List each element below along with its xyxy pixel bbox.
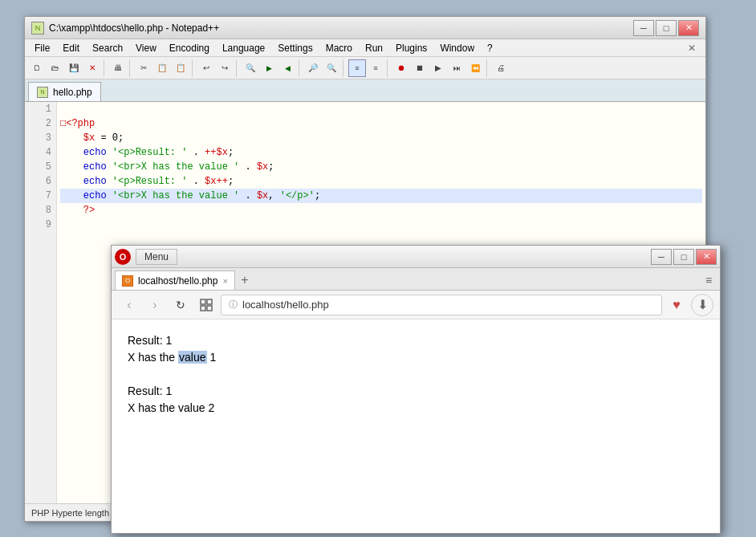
line-num-8: 8: [25, 203, 56, 218]
menu-window[interactable]: Window: [433, 41, 481, 55]
opera-close-button[interactable]: ✕: [696, 249, 717, 265]
line-numbers: 1 2 3 4 5 6 7 8 9: [25, 102, 57, 503]
opera-address-bar[interactable]: ⓘ localhost/hello.php: [221, 295, 662, 315]
code-line-9: [60, 218, 702, 232]
opera-window: O Menu ─ □ ✕ O localhost/hello.php × + ≡…: [111, 245, 721, 534]
minimize-button[interactable]: ─: [633, 20, 654, 36]
maximize-button[interactable]: □: [656, 20, 677, 36]
notepad-titlebar: N C:\xampp\htdocs\hello.php - Notepad++ …: [25, 17, 705, 39]
code-line-5: echo '<br>X has the value ' . $x;: [60, 160, 702, 174]
tb-find[interactable]: 🔍: [242, 59, 259, 77]
tb-cut[interactable]: ✂: [135, 59, 152, 77]
opera-back-button[interactable]: ‹: [118, 294, 140, 316]
opera-content-area: Result: 1 X has the value 1 Result: 1 X …: [112, 319, 720, 533]
tb-copy[interactable]: 📋: [153, 59, 171, 77]
tb-wrap[interactable]: ≡: [348, 59, 366, 77]
tb-sep-3: [192, 59, 195, 77]
menu-file[interactable]: File: [28, 41, 56, 55]
tb-indent[interactable]: ≡: [367, 59, 384, 77]
file-tab[interactable]: N hello.php: [28, 82, 101, 101]
tb-findprev[interactable]: ◀: [278, 59, 296, 77]
tb-zoom-out[interactable]: 🔍: [323, 59, 340, 77]
tb-misc[interactable]: 🖨: [492, 59, 510, 77]
opera-titlebar: O Menu ─ □ ✕: [112, 246, 720, 268]
tb-sep-8: [486, 59, 490, 77]
menu-search[interactable]: Search: [86, 41, 129, 55]
tb-new[interactable]: 🗋: [28, 59, 46, 77]
tb-close[interactable]: ✕: [83, 59, 101, 77]
notepad-app-icon: N: [31, 22, 44, 35]
tb-undo[interactable]: ↩: [197, 59, 215, 77]
address-text: localhost/hello.php: [242, 299, 656, 311]
opera-bookmark-button[interactable]: ♥: [665, 294, 688, 316]
highlighted-word: value: [178, 351, 206, 364]
opera-stash-button[interactable]: ⬇: [691, 294, 713, 316]
tb-open[interactable]: 🗁: [47, 59, 64, 77]
opera-speed-dial-button[interactable]: [195, 294, 217, 316]
tb-macro-run[interactable]: ⏭: [448, 59, 465, 77]
tb-paste[interactable]: 📋: [172, 59, 189, 77]
value-line-1: X has the value 1: [128, 349, 704, 366]
line-num-2: 2: [25, 116, 56, 131]
tb-macro-play[interactable]: ▶: [429, 59, 447, 77]
opera-new-tab-button[interactable]: +: [235, 271, 254, 290]
menu-run[interactable]: Run: [359, 41, 389, 55]
opera-tab-favicon: O: [122, 275, 133, 287]
opera-sidebar-toggle[interactable]: ≡: [697, 271, 720, 290]
statusbar-text: PHP Hyperte length: [31, 508, 109, 518]
menu-close-x[interactable]: ✕: [681, 41, 702, 55]
tb-save[interactable]: 💾: [65, 59, 83, 77]
opera-tab-close-button[interactable]: ×: [223, 276, 228, 286]
opera-tab-hello[interactable]: O localhost/hello.php ×: [115, 271, 235, 290]
menu-macro[interactable]: Macro: [319, 41, 359, 55]
menu-plugins[interactable]: Plugins: [389, 41, 433, 55]
tb-sep-6: [343, 59, 346, 77]
menu-settings[interactable]: Settings: [271, 41, 319, 55]
titlebar-left: N C:\xampp\htdocs\hello.php - Notepad++: [31, 22, 219, 35]
menu-view[interactable]: View: [129, 41, 163, 55]
value-line-2: X has the value 2: [128, 400, 704, 417]
tb-sep-7: [387, 59, 390, 77]
tb-sep-4: [236, 59, 239, 77]
line-num-9: 9: [25, 218, 56, 232]
tb-zoom-in[interactable]: 🔎: [304, 59, 322, 77]
opera-minimize-button[interactable]: ─: [651, 249, 672, 265]
line-num-4: 4: [25, 145, 56, 160]
notepad-toolbar: 🗋 🗁 💾 ✕ 🖶 ✂ 📋 📋 ↩ ↪ 🔍 ▶ ◀ 🔎 🔍 ≡ ≡ ⏺ ⏹ ▶ …: [25, 57, 705, 79]
opera-titlebar-buttons: ─ □ ✕: [651, 249, 717, 265]
tb-redo[interactable]: ↪: [216, 59, 234, 77]
opera-menu-button[interactable]: Menu: [136, 249, 177, 265]
tb-sep-5: [299, 59, 302, 77]
notepad-title: C:\xampp\htdocs\hello.php - Notepad++: [49, 22, 219, 34]
menu-encoding[interactable]: Encoding: [163, 41, 216, 55]
code-line-3: $x = 0;: [60, 131, 702, 145]
line-num-1: 1: [25, 102, 56, 116]
line-num-5: 5: [25, 160, 56, 174]
menu-language[interactable]: Language: [216, 41, 271, 55]
file-tab-label: hello.php: [53, 87, 92, 98]
close-button[interactable]: ✕: [678, 20, 699, 36]
opera-forward-button[interactable]: ›: [144, 294, 166, 316]
notepad-menubar: File Edit Search View Encoding Language …: [25, 39, 705, 57]
line-num-6: 6: [25, 174, 56, 189]
menu-edit[interactable]: Edit: [56, 41, 86, 55]
svg-rect-2: [201, 306, 205, 311]
address-security-icon: ⓘ: [226, 299, 239, 311]
tb-macro-save[interactable]: ⏪: [466, 59, 484, 77]
svg-rect-0: [201, 299, 205, 304]
opera-maximize-button[interactable]: □: [673, 249, 694, 265]
titlebar-buttons: ─ □ ✕: [633, 20, 699, 36]
result-line-2: Result: 1: [128, 383, 704, 400]
menu-help[interactable]: ?: [481, 41, 499, 55]
tb-findnext[interactable]: ▶: [260, 59, 278, 77]
tb-print[interactable]: 🖶: [109, 59, 127, 77]
line-num-3: 3: [25, 131, 56, 145]
code-line-1: [60, 102, 702, 116]
code-line-4: echo '<p>Result: ' . ++$x;: [60, 145, 702, 160]
tb-macro-stop[interactable]: ⏹: [411, 59, 429, 77]
opera-reload-button[interactable]: ↻: [169, 294, 192, 316]
svg-rect-1: [207, 299, 212, 304]
opera-titlebar-left: O Menu: [115, 249, 177, 265]
tb-macro-record[interactable]: ⏺: [392, 59, 410, 77]
code-line-7: echo '<br>X has the value ' . $x, '</p>'…: [60, 189, 702, 203]
